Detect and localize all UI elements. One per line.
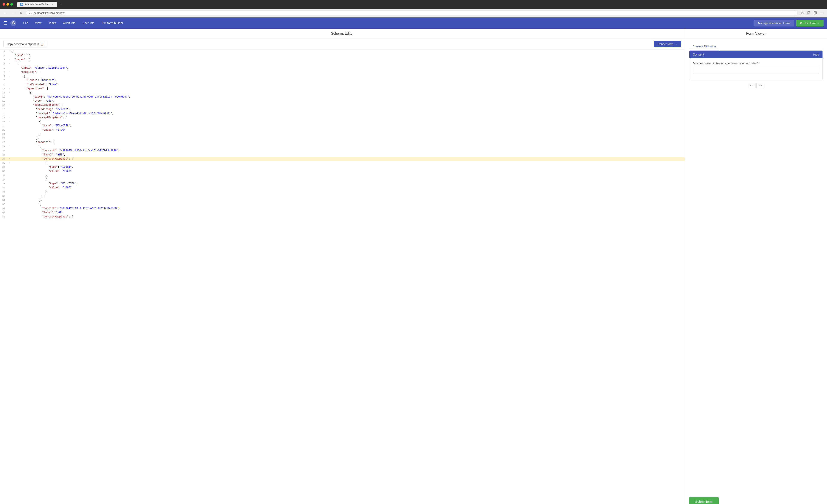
account-icon[interactable] [799, 10, 805, 16]
line-number: 19 [0, 124, 8, 128]
code-line: 41 "conceptMappings": [ [0, 215, 685, 219]
line-content: { [11, 161, 685, 165]
line-content: "type": "MCL/CIEL", [11, 182, 685, 186]
url-text: localhost:4200/#/edit/new [33, 11, 794, 15]
line-number: 3 [0, 58, 8, 62]
line-content: { [11, 145, 685, 149]
line-number: 35 [0, 190, 8, 194]
line-number: 20 [0, 128, 8, 132]
line-content: ] [11, 194, 685, 198]
form-viewer-panel: Form Viewer Consent Elicitation Consent … [685, 29, 827, 504]
extensions-icon[interactable] [812, 10, 818, 16]
back-btn[interactable]: ← [3, 10, 9, 16]
line-gutter [8, 111, 11, 116]
line-number: 1 [0, 50, 8, 54]
line-gutter: - [8, 103, 11, 107]
line-number: 21 [0, 132, 8, 136]
line-number: 7 [0, 74, 8, 79]
line-content: { [11, 50, 685, 54]
line-gutter: - [8, 58, 11, 62]
line-content: "value": "1710" [11, 128, 685, 132]
publish-form-btn[interactable]: Publish form → [796, 20, 824, 27]
line-gutter [8, 132, 11, 136]
hamburger-btn[interactable]: ☰ [3, 20, 7, 26]
consent-elicitation-tab[interactable]: Consent Elicitation [689, 43, 719, 50]
section-title: Consent [693, 53, 704, 56]
nav-view[interactable]: View [32, 20, 45, 26]
nav-user-info[interactable]: User info [80, 20, 98, 26]
line-content: "rendering": "select", [11, 107, 685, 111]
line-gutter: - [8, 145, 11, 149]
manage-referenced-forms-btn[interactable]: Manage referenced forms [754, 20, 794, 27]
line-number: 2 [0, 54, 8, 58]
line-gutter: - [8, 50, 11, 54]
render-arrow-icon: → [675, 42, 677, 46]
line-gutter: - [8, 70, 11, 74]
forward-btn[interactable]: → [10, 10, 16, 16]
consent-select[interactable] [693, 67, 819, 74]
nav-audit-info[interactable]: Audit info [60, 20, 79, 26]
line-content: "label": "NO", [11, 210, 685, 215]
tab-close-btn[interactable]: × [51, 3, 54, 6]
line-gutter [8, 124, 11, 128]
copy-schema-btn[interactable]: Copy schema to clipboard 📋 [3, 41, 47, 47]
close-window-btn[interactable] [3, 3, 5, 6]
line-content: "pages": [ [11, 58, 685, 62]
line-gutter [8, 165, 11, 169]
line-content: "conceptMappings": [ [11, 116, 685, 120]
line-content: "concept": "a899b42e-1350-11df-a1f1-0026… [11, 206, 685, 210]
line-content: "conceptMappings": [ [11, 157, 685, 161]
code-line: 34 "value": "1065" [0, 186, 685, 190]
new-tab-btn[interactable]: + [58, 2, 63, 7]
bookmark-icon[interactable] [806, 10, 812, 16]
line-gutter: - [8, 202, 11, 206]
code-line: 35 } [0, 190, 685, 194]
line-gutter [8, 210, 11, 215]
line-content: }, [11, 198, 685, 202]
refresh-btn[interactable]: ↻ [18, 10, 24, 16]
code-editor[interactable]: 1-{2 "name": "",3- "pages": [4- {5 "labe… [0, 50, 685, 504]
nav-file[interactable]: File [20, 20, 31, 26]
submit-form-btn[interactable]: Submit form [689, 497, 719, 504]
line-gutter: - [8, 87, 11, 91]
line-gutter [8, 194, 11, 198]
prev-page-btn[interactable]: << [748, 83, 756, 88]
code-line: 31 }, [0, 173, 685, 178]
line-number: 18 [0, 120, 8, 124]
line-number: 38 [0, 202, 8, 206]
code-line: 13 "type": "obs", [0, 99, 685, 103]
hide-section-btn[interactable]: Hide [813, 53, 819, 56]
more-icon[interactable] [819, 10, 824, 16]
render-form-btn[interactable]: Render form → [654, 41, 681, 47]
code-line: 9 "isExpanded": "true", [0, 83, 685, 87]
traffic-lights [3, 3, 13, 6]
code-line: 30 "value": "1065" [0, 169, 685, 173]
line-number: 16 [0, 111, 8, 116]
form-section-body: Do you consent to having your informatio… [689, 58, 823, 80]
line-gutter [8, 66, 11, 70]
line-number: 10 [0, 87, 8, 91]
line-content: "type": "obs", [11, 99, 685, 103]
line-content: "value": "1065" [11, 169, 685, 173]
line-content: "type": "MCL/CIEL", [11, 124, 685, 128]
line-number: 29 [0, 165, 8, 169]
line-number: 14 [0, 103, 8, 107]
address-bar[interactable]: localhost:4200/#/edit/new [26, 10, 798, 16]
clipboard-icon: 📋 [40, 42, 44, 46]
code-line: 2 "name": "", [0, 54, 685, 58]
code-line: 29 "type": "local", [0, 165, 685, 169]
code-line: 14- "questionOptions": { [0, 103, 685, 107]
render-btn-label: Render form [658, 42, 673, 46]
minimize-window-btn[interactable] [6, 3, 9, 6]
line-gutter [8, 107, 11, 111]
next-page-btn[interactable]: >> [757, 83, 764, 88]
line-number: 25 [0, 149, 8, 153]
line-number: 41 [0, 215, 8, 219]
code-line: 8 "label": "Consent", [0, 79, 685, 83]
code-line: 40 "label": "NO", [0, 210, 685, 215]
tab-favicon-icon [20, 3, 23, 6]
maximize-window-btn[interactable] [10, 3, 13, 6]
nav-exit[interactable]: Exit form builder [98, 20, 126, 26]
nav-tasks[interactable]: Tasks [45, 20, 59, 26]
active-tab[interactable]: Ampath Form Builder × [17, 2, 57, 7]
